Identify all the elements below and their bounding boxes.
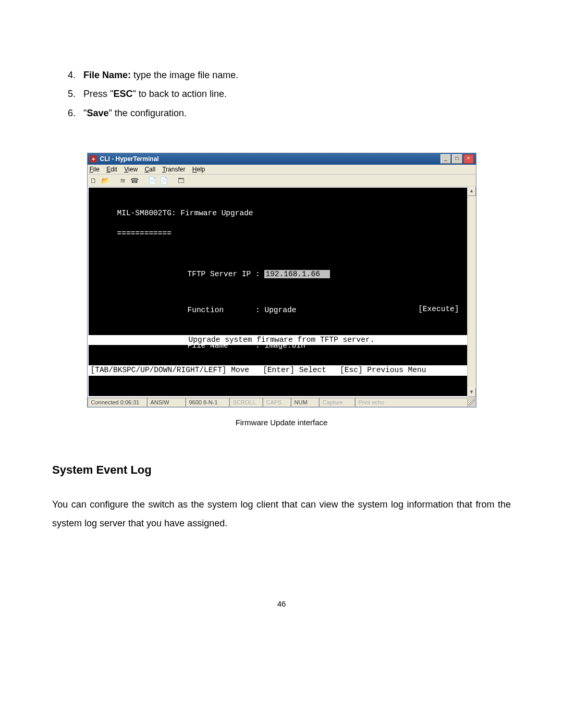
list-item: 6. "Save" the configuration. [68, 105, 511, 121]
scroll-down-icon[interactable]: ▼ [468, 388, 476, 397]
list-item: 4. File Name: type the image file name. [68, 67, 511, 83]
status-capture: Capture [319, 398, 355, 407]
item-bold: File Name: [83, 70, 131, 80]
properties-icon[interactable]: 🗔 [177, 176, 186, 184]
hyperterminal-window: ✦ CLI - HyperTerminal _ □ × File Edit Vi… [87, 153, 476, 408]
status-params: 9600 8-N-1 [186, 398, 229, 407]
execute-action[interactable]: [Execute] [89, 304, 475, 315]
terminal-hint: Upgrade system firmware from TFTP server… [89, 335, 475, 346]
menu-call[interactable]: Call [144, 166, 155, 173]
terminal-footer: [Execute] Upgrade system firmware from T… [89, 284, 475, 396]
status-connected: Connected 0:06:31 [88, 398, 147, 407]
open-icon[interactable]: 📂 [101, 176, 109, 184]
scroll-up-icon[interactable]: ▲ [468, 187, 476, 196]
status-emulation: ANSIW [147, 398, 186, 407]
item-text: " to back to action line. [132, 89, 227, 99]
terminal-nav-help: [TAB/BKSPC/UP/DOWN/RIGHT/LEFT] Move [Ent… [89, 365, 475, 376]
window-controls: _ □ × [440, 154, 474, 164]
list-item: 5. Press "ESC" to back to action line. [68, 85, 511, 102]
send-icon[interactable]: 📄 [148, 176, 156, 184]
item-number: 5. [68, 89, 76, 99]
instruction-list: 4. File Name: type the image file name. … [68, 67, 511, 121]
maximize-button[interactable]: □ [452, 154, 462, 164]
status-scroll: SCROLL [229, 398, 263, 407]
field-label-ip: TFTP Server IP : [188, 270, 265, 278]
section-heading: System Event Log [52, 463, 511, 477]
page-number: 46 [0, 599, 563, 608]
item-text: " the configuration. [108, 108, 186, 118]
app-icon: ✦ [90, 155, 97, 163]
window-title: CLI - HyperTerminal [100, 155, 440, 163]
menu-help[interactable]: Help [192, 166, 205, 173]
menu-view[interactable]: View [124, 166, 138, 173]
terminal-container: MIL-SM8002TG: Firmware Upgrade =========… [88, 187, 476, 397]
item-text: Press " [83, 89, 113, 99]
close-button[interactable]: × [463, 154, 474, 164]
item-bold: ESC [113, 89, 132, 99]
menu-file[interactable]: File [90, 166, 100, 173]
terminal-header: MIL-SM8002TG: Firmware Upgrade [117, 209, 253, 217]
document-page: 4. File Name: type the image file name. … [0, 0, 563, 728]
toolbar: 🗋 📂 ≋ ☎ 📄 📄 🗔 [88, 175, 476, 187]
receive-icon[interactable]: 📄 [160, 176, 168, 184]
menu-transfer[interactable]: Transfer [162, 166, 185, 173]
menu-bar: File Edit View Call Transfer Help [88, 165, 476, 175]
item-number: 4. [68, 70, 76, 80]
item-bold: Save [87, 108, 108, 118]
new-icon[interactable]: 🗋 [90, 176, 98, 184]
item-number: 6. [68, 108, 76, 118]
minimize-button[interactable]: _ [440, 154, 451, 164]
item-text: type the image file name. [131, 70, 238, 80]
window-titlebar[interactable]: ✦ CLI - HyperTerminal _ □ × [88, 153, 476, 165]
status-num: NUM [291, 398, 319, 407]
status-bar: Connected 0:06:31 ANSIW 9600 8-N-1 SCROL… [88, 397, 476, 407]
figure-caption: Firmware Update interface [52, 418, 511, 427]
status-caps: CAPS [263, 398, 291, 407]
field-value-ip[interactable]: 192.168.1.66 [264, 270, 330, 278]
save-icon[interactable]: ≋ [119, 176, 127, 184]
resize-grip-icon[interactable] [468, 398, 476, 407]
scrollbar[interactable]: ▲ ▼ [467, 187, 476, 397]
menu-edit[interactable]: Edit [106, 166, 117, 173]
disconnect-icon[interactable]: ☎ [130, 176, 139, 184]
status-echo: Print echo [355, 398, 468, 407]
terminal-screen[interactable]: MIL-SM8002TG: Firmware Upgrade =========… [89, 188, 475, 396]
body-paragraph: You can configure the switch as the syst… [52, 495, 511, 533]
terminal-divider: ============ [117, 229, 172, 238]
